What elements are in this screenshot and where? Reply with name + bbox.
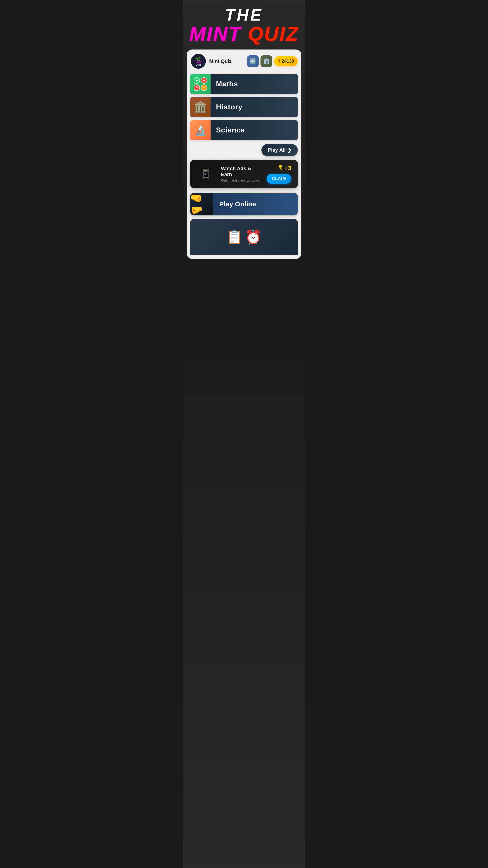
app-name-label: Mint Quiz	[209, 58, 244, 64]
play-online-icon: 🤜🤛	[190, 193, 213, 215]
title-mint-quiz: MINT QUIZ	[188, 23, 300, 45]
claim-button[interactable]: CLAIM	[267, 174, 291, 184]
ads-content: Watch Ads & Earn Watch video ads to bonu…	[221, 166, 263, 182]
title-mint: MINT	[189, 23, 248, 45]
divide-icon: ÷	[201, 85, 207, 91]
coins-amount: 24139	[282, 59, 294, 64]
ads-reward: ₹ +3 CLAIM	[267, 164, 291, 184]
shop-icon: 🏛️	[263, 58, 270, 64]
science-icon: 🔬	[194, 124, 207, 136]
shop-button[interactable]: 🏛️	[260, 55, 272, 67]
coins-badge: ₹ 24139	[274, 56, 298, 66]
category-science[interactable]: 🔬 Science	[190, 120, 298, 141]
history-label: History	[210, 97, 298, 117]
app-header: 🌿 MINT QUIZ Mint Quiz 🔤 🏛️ ₹ 24139	[190, 53, 298, 69]
play-all-row: Play All ❯	[190, 144, 298, 156]
play-all-arrow: ❯	[287, 147, 291, 153]
history-thumbnail: 🏛️	[190, 97, 210, 117]
reward-amount: ₹ +3	[267, 164, 291, 172]
category-maths[interactable]: + − ✕ ÷ Maths	[190, 74, 298, 94]
ads-illustration: 📱	[195, 165, 217, 183]
category-history[interactable]: 🏛️ History	[190, 97, 298, 117]
translate-icon: 🔤	[250, 58, 256, 64]
app-logo: 🌿 MINT QUIZ	[190, 53, 206, 69]
ads-subtitle: Watch video ads to bonus	[221, 178, 263, 182]
translate-button[interactable]: 🔤	[247, 55, 259, 67]
title-the: THE	[188, 7, 300, 23]
notepad-icon: 📋	[226, 229, 243, 245]
play-all-button[interactable]: Play All ❯	[261, 144, 298, 156]
clock-icon: ⏰	[245, 229, 262, 245]
maths-thumbnail: + − ✕ ÷	[190, 74, 210, 94]
timer-illustration: 📋 ⏰	[222, 224, 266, 250]
reward-value: +3	[284, 164, 291, 172]
play-online-card[interactable]: 🤜🤛 Play Online	[190, 193, 298, 215]
history-temple-icon: 🏛️	[194, 101, 207, 114]
science-thumbnail: 🔬	[190, 120, 210, 141]
rupee-symbol: ₹	[278, 59, 281, 64]
phone-wrapper: THE MINT QUIZ 🏛️ 📚 🔬 ➕ 🎓 🏺 ⚗️ 📐 🖥️ 📷 🔭 💡	[183, 0, 305, 868]
app-card: 🏛️ 📚 🔬 ➕ 🎓 🏺 ⚗️ 📐 🖥️ 📷 🔭 💡 🌿 MINT QUIZ	[187, 50, 301, 259]
reward-rupee: ₹	[278, 164, 283, 172]
science-image: 🔬	[190, 120, 210, 141]
header-actions: 🔤 🏛️ ₹ 24139	[247, 55, 298, 67]
maths-icons-grid: + − ✕ ÷	[192, 75, 209, 93]
maths-label: Maths	[210, 74, 298, 94]
bottom-card-preview[interactable]: 📋 ⏰	[190, 219, 298, 255]
ads-title: Watch Ads & Earn	[221, 166, 263, 178]
plus-icon: +	[194, 77, 200, 84]
play-online-thumbnail: 🤜🤛	[190, 193, 213, 215]
science-label: Science	[210, 120, 298, 141]
logo-text-quiz: QUIZ	[196, 64, 201, 66]
title-quiz: QUIZ	[248, 23, 299, 45]
history-image: 🏛️	[190, 97, 210, 117]
ads-phone-icon: 📱	[200, 168, 212, 179]
minus-icon: −	[201, 77, 207, 84]
timer-icons: 📋 ⏰	[226, 229, 262, 245]
multiply-icon: ✕	[194, 85, 200, 91]
play-online-label: Play Online	[213, 193, 298, 215]
ads-banner: 📱 Watch Ads & Earn Watch video ads to bo…	[190, 160, 298, 188]
play-all-label: Play All	[268, 147, 286, 153]
categories-list: + − ✕ ÷ Maths 🏛️ Histo	[190, 74, 298, 141]
logo-icon: 🌿	[196, 57, 201, 61]
claim-label: CLAIM	[272, 176, 286, 181]
title-area: THE MINT QUIZ	[183, 0, 305, 50]
